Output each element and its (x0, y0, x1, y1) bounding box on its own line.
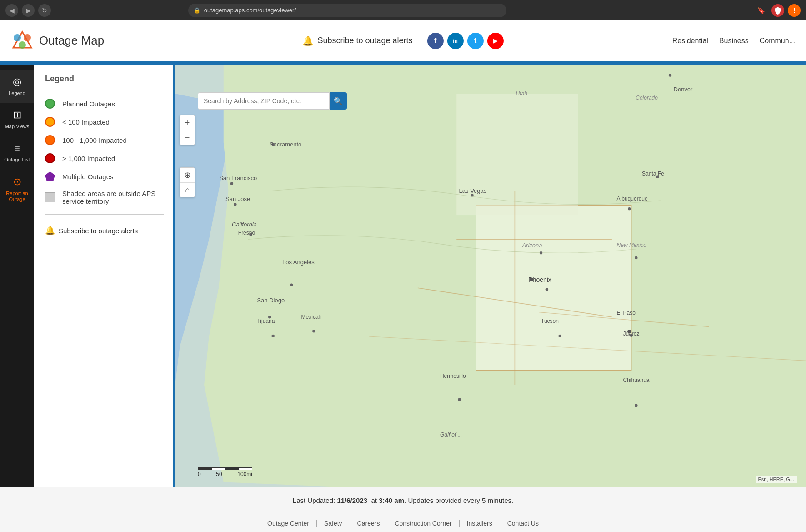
subscribe-label: Subscribe to outage alerts (317, 36, 412, 45)
legend-text-outside: Shaded areas are outside APS service ter… (62, 190, 164, 205)
legend-item-outside: Shaded areas are outside APS service ter… (45, 190, 164, 205)
legend-item-multiple: Multiple Outages (45, 171, 164, 181)
footer-nav-outage-center[interactable]: Outage Center (260, 520, 317, 527)
legend-text-planned: Planned Outages (62, 100, 115, 108)
legend-divider-2 (45, 214, 164, 215)
sidebar-item-outage-list[interactable]: ≡ Outage List (0, 136, 34, 169)
svg-point-18 (656, 175, 659, 178)
footer-status-bar: Last Updated: 11/6/2023 at 3:40 am. Upda… (0, 487, 806, 514)
legend-text-gt1000: > 1,000 Impacted (62, 155, 115, 162)
nav-residential[interactable]: Residential (672, 37, 708, 45)
scale-seg-2 (211, 467, 225, 470)
legend-icon: ◎ (13, 76, 21, 88)
gt1000-dot (45, 153, 55, 163)
svg-point-22 (635, 256, 637, 259)
footer-nav-safety[interactable]: Safety (317, 520, 350, 527)
legend-bell-icon: 🔔 (45, 226, 55, 236)
legend-subscribe-button[interactable]: 🔔 Subscribe to outage alerts (45, 226, 164, 236)
svg-point-21 (540, 251, 542, 254)
svg-point-12 (669, 74, 671, 76)
alert-icon[interactable]: ! (788, 4, 801, 17)
address-bar[interactable]: 🔒 outagemap.aps.com/outageviewer/ (188, 4, 506, 17)
lt100-dot (45, 117, 55, 127)
zoom-out-button[interactable]: − (180, 130, 195, 145)
svg-point-28 (630, 334, 632, 337)
last-updated-date: 11/6/2023 (337, 497, 367, 504)
aps-logo (11, 30, 34, 52)
map-zoom-controls: + − (180, 115, 195, 145)
url-text: outagemap.aps.com/outageviewer/ (204, 7, 296, 14)
svg-point-23 (546, 288, 548, 291)
footer-nav-construction-corner[interactable]: Construction Corner (387, 520, 459, 527)
bookmark-icon[interactable]: 🔖 (755, 4, 768, 17)
sidebar-item-map-views[interactable]: ⊞ Map Views (0, 103, 34, 136)
zoom-in-button[interactable]: + (180, 115, 195, 130)
svg-point-1 (24, 34, 31, 41)
footer-nav-careers[interactable]: Careers (350, 520, 388, 527)
footer: Last Updated: 11/6/2023 at 3:40 am. Upda… (0, 487, 806, 532)
blue-bar (0, 61, 806, 65)
outage-list-icon: ≡ (14, 142, 20, 154)
sidebar-item-legend[interactable]: ◎ Legend (0, 70, 34, 103)
locate-button[interactable]: ⊕ (180, 168, 195, 182)
map-search-input[interactable] (198, 92, 330, 110)
subscribe-alerts-button[interactable]: 🔔 Subscribe to outage alerts (302, 35, 412, 46)
locate-icon: ⊕ (184, 170, 191, 180)
svg-point-2 (19, 41, 26, 49)
header-nav: Residential Business Commun... (672, 37, 795, 45)
youtube-button[interactable]: ▶ (487, 33, 504, 49)
legend-subscribe-label: Subscribe to outage alerts (59, 227, 138, 235)
site-header: Outage Map 🔔 Subscribe to outage alerts … (0, 20, 806, 61)
svg-point-27 (558, 335, 561, 337)
linkedin-button[interactable]: in (447, 33, 464, 49)
footer-nav-contact-us[interactable]: Contact Us (500, 520, 546, 527)
update-interval: Updates provided every 5 minutes. (408, 497, 513, 504)
planned-dot (45, 99, 55, 109)
site-title: Outage Map (39, 34, 104, 48)
svg-point-19 (628, 207, 631, 210)
map-search-button[interactable]: 🔍 (330, 92, 347, 110)
legend-item-planned: Planned Outages (45, 99, 164, 109)
reload-button[interactable]: ↻ (38, 4, 51, 17)
brave-icon[interactable] (771, 4, 784, 17)
sidebar-label-map-views: Map Views (5, 124, 30, 130)
last-updated-label: Last Updated: (293, 497, 335, 504)
browser-chrome: ◀ ▶ ↻ 🔒 outagemap.aps.com/outageviewer/ … (0, 0, 806, 20)
sidebar-item-report-outage[interactable]: ⊙ Report an Outage (0, 170, 34, 209)
legend-item-gt1000: > 1,000 Impacted (45, 153, 164, 163)
map-area[interactable]: Denver Sacramento San Francisco San Jose… (175, 65, 806, 487)
esri-attribution: Esri, HERE, G... (756, 476, 797, 483)
twitter-button[interactable]: t (467, 33, 484, 49)
svg-point-14 (230, 182, 233, 185)
nav-community[interactable]: Commun... (760, 37, 795, 45)
svg-point-15 (234, 203, 236, 206)
sidebar-label-outage-list: Outage List (4, 157, 30, 163)
nav-business[interactable]: Business (719, 37, 749, 45)
footer-nav-installers[interactable]: Installers (460, 520, 500, 527)
svg-point-29 (627, 330, 631, 334)
search-icon: 🔍 (334, 97, 343, 105)
main-content: ◎ Legend ⊞ Map Views ≡ Outage List ⊙ Rep… (0, 65, 806, 487)
map-views-icon: ⊞ (13, 109, 21, 121)
bell-icon: 🔔 (302, 35, 314, 46)
multiple-dot (45, 171, 55, 181)
scale-seg-4 (239, 467, 252, 470)
facebook-button[interactable]: f (427, 33, 444, 49)
last-updated-time: 3:40 am (379, 497, 404, 504)
sidebar: ◎ Legend ⊞ Map Views ≡ Outage List ⊙ Rep… (0, 65, 34, 487)
sidebar-label-report-outage: Report an Outage (3, 191, 31, 202)
svg-point-31 (635, 404, 637, 407)
back-button[interactable]: ◀ (5, 4, 18, 17)
scale-label-50: 50 (216, 471, 222, 477)
header-center: 🔔 Subscribe to outage alerts f in t ▶ (302, 33, 503, 49)
home-icon: ⌂ (185, 186, 190, 194)
map-scale: 0 50 100mi (198, 467, 252, 477)
scale-label-0: 0 (198, 471, 201, 477)
100to1000-dot (45, 135, 55, 145)
scale-seg-1 (198, 467, 211, 470)
legend-divider (45, 91, 164, 91)
home-button[interactable]: ⌂ (180, 182, 195, 197)
scale-seg-3 (225, 467, 239, 470)
logo-area: Outage Map (11, 30, 104, 52)
forward-button[interactable]: ▶ (22, 4, 35, 17)
